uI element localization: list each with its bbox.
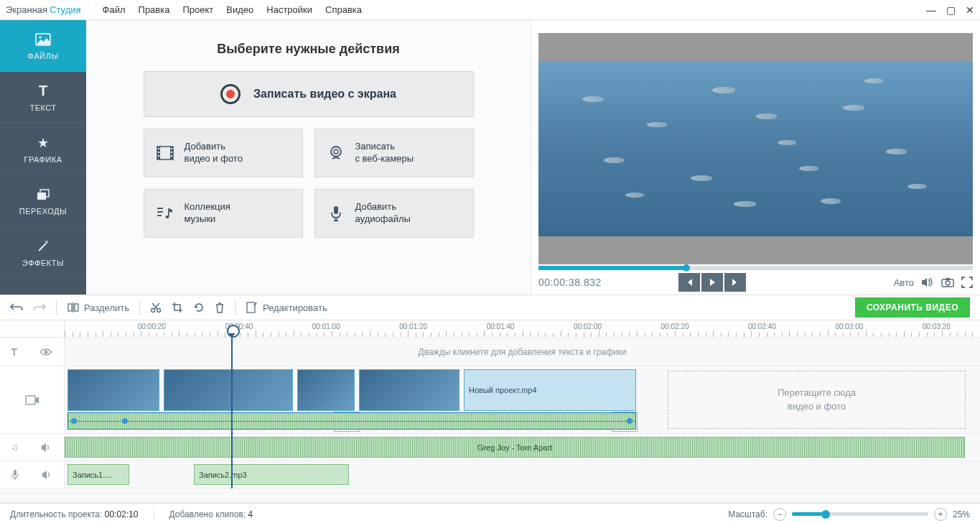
video-clip-2[interactable] [164, 369, 293, 411]
close-icon[interactable]: ✕ [966, 4, 974, 16]
svg-rect-8 [158, 152, 159, 153]
zoom-slider[interactable] [792, 512, 928, 516]
svg-rect-12 [171, 155, 172, 157]
sidebar-item-transitions[interactable]: ПЕРЕХОДЫ [0, 175, 86, 227]
video-track-body[interactable]: Новый проект.mp4 2.0 2.0 Перетащите сюда… [65, 366, 980, 433]
sidebar-label: ФАЙЛЫ [28, 52, 59, 60]
svg-rect-20 [68, 304, 72, 311]
edit-button[interactable]: Редактировать [246, 301, 327, 314]
cut-button[interactable] [150, 302, 162, 313]
menu-file[interactable]: Файл [103, 4, 126, 15]
zoom-in-button[interactable]: + [934, 508, 947, 521]
timeline-ruler[interactable]: 00:00:2000:00:4000:01:0000:01:2000:01:40… [0, 320, 980, 338]
music-clip[interactable]: Greg Joy - Torn Apart [65, 437, 965, 458]
voice-track-body[interactable]: Запись1.... Запись2.mp3 [65, 461, 980, 488]
menu-edit[interactable]: Правка [139, 4, 170, 15]
crop-button[interactable] [172, 302, 183, 313]
prev-button[interactable] [678, 273, 700, 292]
clips-label: Добавлено клипов: 4 [169, 509, 253, 519]
zoom-value: 25% [953, 509, 970, 519]
preview-video[interactable] [538, 33, 973, 264]
sidebar-label: ТЕКСТ [29, 103, 56, 112]
playhead[interactable] [231, 338, 233, 489]
svg-rect-18 [946, 278, 950, 280]
visibility-icon[interactable] [39, 348, 52, 356]
sidebar-item-effects[interactable]: ЭФФЕКТЫ [0, 227, 86, 279]
undo-button[interactable] [10, 302, 23, 313]
sidebar-item-text[interactable]: T ТЕКСТ [0, 72, 86, 124]
svg-rect-21 [75, 304, 78, 311]
delete-button[interactable] [215, 302, 225, 313]
menu-settings[interactable]: Настройки [266, 4, 312, 15]
add-video-button[interactable]: Добавитьвидео и фото [144, 129, 303, 177]
snapshot-icon[interactable] [941, 277, 954, 287]
film-icon [156, 144, 174, 162]
menu-video[interactable]: Видео [226, 4, 253, 15]
svg-rect-9 [158, 155, 159, 157]
drop-zone[interactable]: Перетащите сюда видео и фото [668, 371, 966, 429]
menu-project[interactable]: Проект [182, 4, 213, 15]
fullscreen-icon[interactable] [961, 277, 973, 288]
video-clip-4[interactable] [359, 369, 459, 411]
menu-help[interactable]: Справка [325, 4, 362, 15]
star-icon: ★ [35, 135, 51, 151]
sidebar: ФАЙЛЫ T ТЕКСТ ★ ГРАФИКА ПЕРЕХОДЫ ЭФФЕКТЫ [0, 20, 86, 295]
svg-point-14 [334, 149, 338, 154]
auto-label[interactable]: Авто [894, 277, 914, 288]
duration-label: Длительность проекта: 00:02:10 [10, 509, 138, 519]
split-button[interactable]: Разделить [67, 301, 129, 314]
video-track-icon[interactable] [25, 395, 39, 405]
next-button[interactable] [724, 273, 746, 292]
svg-rect-10 [171, 148, 172, 149]
voice-clip-2[interactable]: Запись2.mp3 [194, 464, 349, 485]
preview-panel: 00:00:38.832 Авто [531, 20, 980, 295]
wand-icon [35, 239, 51, 254]
volume-icon[interactable] [921, 277, 934, 288]
svg-rect-2 [37, 193, 46, 200]
text-icon: T [35, 83, 51, 99]
video-clip-1[interactable] [67, 369, 159, 411]
music-collection-button[interactable]: Коллекциямузыки [144, 189, 303, 238]
zoom-out-button[interactable]: − [773, 508, 786, 521]
button-text: Записатьс веб-камеры [355, 141, 414, 165]
svg-rect-26 [26, 396, 35, 404]
webcam-icon [327, 144, 345, 162]
record-webcam-button[interactable]: Записатьс веб-камеры [314, 129, 474, 177]
actions-panel: Выберите нужные действия Записать видео … [86, 20, 531, 295]
text-track-icon[interactable]: T [11, 346, 18, 358]
pencil-icon [246, 301, 258, 314]
button-text: Коллекциямузыки [185, 201, 230, 226]
record-screen-button[interactable]: Записать видео с экрана [144, 71, 474, 117]
sidebar-label: ГРАФИКА [24, 155, 62, 164]
svg-rect-24 [247, 302, 255, 313]
track-volume-icon[interactable] [41, 443, 52, 453]
sidebar-item-graphics[interactable]: ★ ГРАФИКА [0, 124, 86, 175]
save-video-button[interactable]: СОХРАНИТЬ ВИДЕО [855, 297, 970, 318]
music-track: ♫ Greg Joy - Torn Apart [0, 434, 980, 461]
panel-title: Выберите нужные действия [217, 42, 399, 57]
maximize-icon[interactable]: ▢ [946, 4, 956, 16]
play-button[interactable] [701, 273, 723, 292]
app-title-a: Экранная [6, 4, 47, 15]
mic-track-icon[interactable] [11, 469, 19, 481]
text-track-hint: Дважды кликните для добавления текста и … [419, 347, 627, 357]
record-label: Записать видео с экрана [253, 88, 396, 101]
voice-clip-1[interactable]: Запись1.... [67, 464, 129, 485]
button-text: Добавитьаудиофайлы [355, 201, 411, 226]
track-volume-icon[interactable] [42, 470, 53, 480]
video-clip-5[interactable]: Новый проект.mp4 [464, 369, 636, 411]
preview-progress[interactable] [538, 266, 973, 270]
music-track-body[interactable]: Greg Joy - Torn Apart [65, 434, 980, 460]
svg-point-15 [165, 216, 169, 218]
timeline-toolbar: Разделить Редактировать СОХРАНИТЬ ВИДЕО [0, 295, 980, 320]
add-audio-button[interactable]: Добавитьаудиофайлы [314, 189, 474, 238]
redo-button[interactable] [33, 302, 46, 313]
minimize-icon[interactable]: — [926, 4, 936, 16]
rotate-button[interactable] [193, 302, 205, 313]
layers-icon [35, 187, 51, 203]
music-track-icon[interactable]: ♫ [11, 442, 19, 453]
svg-rect-16 [334, 206, 338, 214]
inline-audio-clip[interactable] [67, 412, 636, 430]
video-clip-3[interactable] [297, 369, 355, 411]
sidebar-item-files[interactable]: ФАЙЛЫ [0, 20, 86, 72]
